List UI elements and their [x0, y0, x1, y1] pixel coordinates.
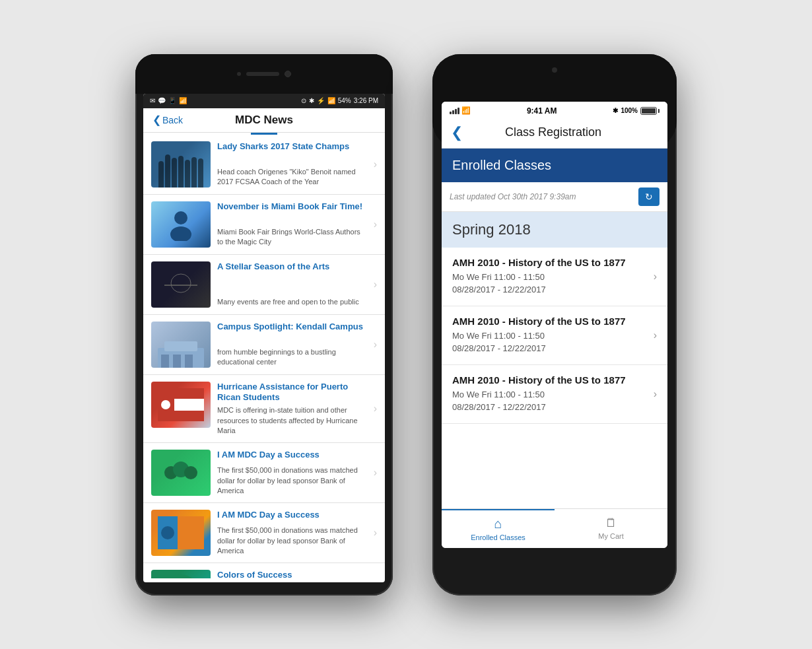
news-list: Lady Sharks 2017 State Champs Head coach…	[143, 135, 385, 578]
svg-rect-2	[164, 285, 197, 286]
svg-point-12	[161, 400, 170, 409]
ios-time: 9:41 AM	[527, 106, 557, 116]
wifi-icon: 📶	[461, 106, 471, 115]
network-icon: ⚡	[317, 97, 325, 104]
class-chevron-1: ›	[654, 271, 657, 283]
iphone-notch	[432, 54, 677, 102]
news-item-8[interactable]: Colors of Success Graduates set to embar…	[143, 563, 385, 578]
home-icon: ⌂	[494, 516, 502, 531]
class-schedule-2: Mo We Fri 11:00 - 11:5008/28/2017 - 12/2…	[452, 329, 654, 355]
news-chevron-4: ›	[374, 339, 377, 351]
class-name-3: AMH 2010 - History of the US to 1877	[452, 374, 654, 386]
cart-icon: 🗒	[605, 516, 617, 530]
news-thumb-7	[151, 510, 211, 556]
iphone-screen: 📶 9:41 AM ✱ 100% ❮ Class Regis	[442, 102, 667, 548]
news-desc-3: Many events are free and open to the pub…	[217, 297, 367, 307]
svg-point-3	[171, 274, 191, 292]
status-right-icons: ⊙ ✱ ⚡ 📶 54% 3:26 PM	[301, 97, 378, 104]
refresh-icon: ↻	[645, 191, 653, 202]
svg-rect-8	[185, 355, 193, 368]
class-schedule-3: Mo We Fri 11:00 - 11:5008/28/2017 - 12/2…	[452, 388, 654, 414]
news-item-6[interactable]: I AM MDC Day a Success The first $50,000…	[143, 443, 385, 503]
tab-my-cart[interactable]: 🗒 My Cart	[555, 509, 667, 548]
news-thumb-5	[151, 382, 211, 428]
news-desc-6: The first $50,000 in donations was match…	[217, 465, 367, 496]
signal-bars-icon	[450, 108, 459, 114]
bluetooth-icon: ✱	[309, 97, 314, 104]
reg-back-button[interactable]: ❮	[451, 124, 463, 141]
news-chevron-6: ›	[374, 467, 377, 479]
news-content-4: Campus Spotlight: Kendall Campus from hu…	[217, 322, 367, 368]
class-info-1: AMH 2010 - History of the US to 1877 Mo …	[452, 257, 654, 296]
class-item-2[interactable]: AMH 2010 - History of the US to 1877 Mo …	[442, 306, 667, 365]
speaker	[246, 72, 279, 76]
news-thumb-8	[151, 570, 211, 578]
svg-point-18	[161, 526, 174, 539]
news-title-5: Hurricane Assistance for Puerto Rican St…	[217, 382, 367, 404]
news-desc-1: Head coach Origenes "Kiko" Benoit named …	[217, 167, 367, 188]
ios-right-status: ✱ 100%	[613, 107, 660, 115]
news-thumb-4	[151, 322, 211, 368]
camera	[285, 71, 291, 77]
news-title-8: Colors of Success	[217, 570, 367, 578]
svg-rect-5	[164, 341, 197, 351]
enrolled-banner: Enrolled Classes	[442, 149, 667, 182]
back-label: Back	[162, 115, 183, 125]
sensor	[237, 72, 241, 76]
app-header: ❮ Back MDC News	[143, 108, 385, 133]
news-thumb-2	[151, 201, 211, 248]
android-status-bar: ✉ 💬 📱 📶 ⊙ ✱ ⚡ 📶 54% 3:26 PM	[143, 94, 385, 108]
news-content-8: Colors of Success Graduates set to embar…	[217, 570, 367, 578]
news-title-7: I AM MDC Day a Success	[217, 510, 367, 521]
news-chevron-2: ›	[374, 219, 377, 230]
tab-enrolled-classes[interactable]: ⌂ Enrolled Classes	[442, 509, 555, 548]
news-item-1[interactable]: Lady Sharks 2017 State Champs Head coach…	[143, 135, 385, 195]
update-bar: Last updated Oct 30th 2017 9:39am ↻	[442, 182, 667, 212]
battery-percent: 54%	[338, 97, 351, 104]
semester-title: Spring 2018	[452, 221, 657, 238]
svg-point-0	[174, 211, 187, 224]
svg-rect-7	[173, 355, 181, 368]
class-item-1[interactable]: AMH 2010 - History of the US to 1877 Mo …	[442, 248, 667, 306]
class-info-2: AMH 2010 - History of the US to 1877 Mo …	[452, 316, 654, 355]
news-content-1: Lady Sharks 2017 State Champs Head coach…	[217, 141, 367, 188]
android-phone: ✉ 💬 📱 📶 ⊙ ✱ ⚡ 📶 54% 3:26 PM ❮ Back MDC N…	[135, 54, 393, 596]
class-schedule-1: Mo We Fri 11:00 - 11:5008/28/2017 - 12/2…	[452, 271, 654, 296]
svg-point-1	[170, 226, 191, 241]
class-info-3: AMH 2010 - History of the US to 1877 Mo …	[452, 374, 654, 414]
signal-icon: 📶	[327, 97, 335, 104]
class-item-3[interactable]: AMH 2010 - History of the US to 1877 Mo …	[442, 365, 667, 424]
news-item-3[interactable]: A Stellar Season of the Arts Many events…	[143, 255, 385, 315]
news-thumb-6	[151, 450, 211, 496]
reg-page-title: Class Registration	[463, 125, 644, 139]
clock-icon: ⊙	[301, 97, 306, 104]
tab-enrolled-label: Enrolled Classes	[471, 533, 525, 541]
enrolled-title: Enrolled Classes	[452, 158, 657, 173]
news-chevron-5: ›	[374, 403, 377, 415]
battery-label: 100%	[621, 107, 638, 114]
news-item-4[interactable]: Campus Spotlight: Kendall Campus from hu…	[143, 315, 385, 375]
semester-header: Spring 2018	[442, 212, 667, 248]
back-chevron-icon: ❮	[152, 114, 161, 126]
news-item-5[interactable]: Hurricane Assistance for Puerto Rican St…	[143, 375, 385, 444]
news-chevron-1: ›	[374, 158, 377, 170]
news-item-2[interactable]: November is Miami Book Fair Time! Miami …	[143, 195, 385, 255]
news-content-6: I AM MDC Day a Success The first $50,000…	[217, 450, 367, 496]
registration-header: ❮ Class Registration	[442, 118, 667, 149]
news-content-2: November is Miami Book Fair Time! Miami …	[217, 201, 367, 248]
news-thumb-1	[151, 141, 211, 188]
back-button[interactable]: ❮ Back	[152, 114, 183, 126]
news-item-7[interactable]: I AM MDC Day a Success The first $50,000…	[143, 503, 385, 563]
news-title-6: I AM MDC Day a Success	[217, 450, 367, 461]
last-updated-text: Last updated Oct 30th 2017 9:39am	[450, 192, 638, 201]
iphone-camera	[552, 67, 557, 73]
class-name-1: AMH 2010 - History of the US to 1877	[452, 257, 654, 268]
news-title-3: A Stellar Season of the Arts	[217, 261, 367, 273]
screen-content: 📶 9:41 AM ✱ 100% ❮ Class Regis	[442, 102, 667, 548]
refresh-button[interactable]: ↻	[638, 188, 660, 206]
news-title-2: November is Miami Book Fair Time!	[217, 201, 367, 213]
time-display: 3:26 PM	[354, 97, 378, 104]
svg-point-19	[162, 574, 199, 578]
news-desc-4: from humble beginnings to a bustling edu…	[217, 347, 367, 368]
iphone: 📶 9:41 AM ✱ 100% ❮ Class Regis	[432, 54, 677, 596]
